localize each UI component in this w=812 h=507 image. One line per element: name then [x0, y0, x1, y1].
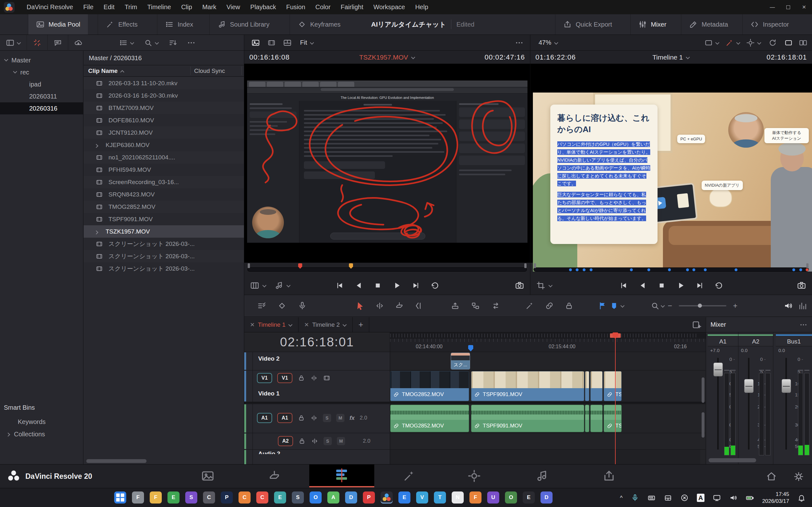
- razor-tool-icon[interactable]: [395, 301, 404, 311]
- taskbar-app-firefox[interactable]: F: [469, 492, 481, 504]
- taskbar-app-docs[interactable]: D: [345, 492, 357, 504]
- mixer-scrollbar[interactable]: [709, 458, 756, 462]
- channel-gain-value[interactable]: 0.0: [778, 348, 785, 353]
- swap-clips-icon[interactable]: [491, 301, 501, 311]
- panel-button-index[interactable]: Index: [157, 14, 201, 35]
- clip-row[interactable]: SRQN8423.MOV: [84, 188, 244, 201]
- voiceover-mic-icon[interactable]: [298, 301, 307, 311]
- step-back-button[interactable]: [638, 281, 647, 290]
- refresh-viewer-icon[interactable]: [768, 38, 777, 47]
- timeline-marker-dot[interactable]: [686, 268, 689, 271]
- fader-track[interactable]: [748, 358, 750, 450]
- lock-track-icon[interactable]: [298, 374, 305, 382]
- source-scrub-track[interactable]: [247, 268, 527, 272]
- maximize-button[interactable]: [780, 0, 796, 14]
- link-clips-icon[interactable]: [545, 301, 554, 311]
- solo-button[interactable]: S: [323, 414, 331, 422]
- taskbar-app-obs[interactable]: O: [505, 492, 517, 504]
- taskbar-app-file-explorer[interactable]: F: [132, 492, 144, 504]
- position-lock-icon[interactable]: [564, 301, 574, 311]
- taskbar-app-edge[interactable]: E: [398, 492, 410, 504]
- safe-area-icon[interactable]: [704, 38, 713, 47]
- taskbar-app-telegram[interactable]: T: [434, 492, 446, 504]
- timeline-clip-audio[interactable]: TS...: [604, 405, 622, 432]
- chevron-down-icon[interactable]: [343, 323, 347, 327]
- channel-gain-value[interactable]: +7.0: [710, 348, 720, 353]
- speaker-icon[interactable]: [729, 494, 738, 502]
- mute-icon[interactable]: [783, 301, 793, 311]
- menu-fairlight[interactable]: Fairlight: [336, 0, 368, 14]
- menu-view[interactable]: View: [221, 0, 245, 14]
- timeline-clip-video[interactable]: [585, 371, 589, 401]
- tab-timeline-2[interactable]: ✕Timeline 2: [299, 317, 353, 332]
- column-cloud-sync[interactable]: Cloud Sync: [194, 67, 225, 74]
- page-cut[interactable]: [251, 464, 298, 487]
- taskbar-app-discord[interactable]: D: [541, 492, 553, 504]
- chevron-down-icon[interactable]: [4, 58, 8, 61]
- source-patch-v1[interactable]: V1: [257, 373, 272, 383]
- fader-knob[interactable]: [781, 379, 791, 393]
- chevron-down-icon[interactable]: [17, 41, 21, 45]
- timeline-clip-audio[interactable]: TMOG2852.MOV: [390, 405, 469, 432]
- grab-still-icon[interactable]: [515, 281, 524, 290]
- zoom-slider-knob[interactable]: [698, 303, 702, 308]
- bin-master[interactable]: Master: [0, 54, 83, 66]
- menu-mark[interactable]: Mark: [197, 0, 221, 14]
- insert-clip-icon[interactable]: [414, 301, 424, 311]
- taskbar-app-notepad[interactable]: N: [452, 492, 464, 504]
- scrub-right-handle[interactable]: [806, 263, 809, 268]
- skip-forward-button[interactable]: [411, 281, 420, 290]
- column-clip-name[interactable]: Clip Name: [84, 67, 124, 74]
- timeline-marker-dot[interactable]: [647, 268, 650, 271]
- panel-button-keyframes[interactable]: Keyframes: [290, 14, 348, 35]
- panel-button-media-pool[interactable]: Media Pool: [28, 14, 88, 35]
- channel-name[interactable]: A2: [739, 337, 773, 346]
- marker-icon[interactable]: [609, 301, 619, 311]
- zoom-slider[interactable]: [679, 305, 726, 306]
- place-on-top-icon[interactable]: [450, 301, 460, 311]
- panel-button-metadata[interactable]: Metadata: [681, 14, 735, 35]
- filmstrip-view-icon[interactable]: [267, 38, 276, 47]
- taskbar-app-excel[interactable]: E: [167, 492, 180, 504]
- source-clip-name[interactable]: TSZK1957.MOV: [244, 54, 530, 61]
- playhead-line[interactable]: [615, 332, 616, 464]
- zoom-in-button[interactable]: +: [731, 301, 739, 310]
- taskbar-app-pdf-reader[interactable]: P: [363, 492, 375, 504]
- skip-back-button[interactable]: [335, 281, 345, 290]
- menu-help[interactable]: Help: [410, 0, 433, 14]
- settings-gear-icon[interactable]: [793, 471, 804, 482]
- sort-order-icon[interactable]: [168, 38, 177, 47]
- search-icon[interactable]: [144, 38, 153, 47]
- skip-back-button[interactable]: [619, 281, 628, 290]
- audio-levels-icon[interactable]: [798, 301, 807, 311]
- step-back-button[interactable]: [354, 281, 363, 290]
- panel-button-mixer[interactable]: Mixer: [630, 14, 674, 35]
- horizontal-scrollbar[interactable]: [86, 459, 147, 463]
- lock-track-icon[interactable]: [298, 437, 306, 445]
- timeline-clip-video[interactable]: [590, 371, 603, 401]
- chevron-down-icon[interactable]: [737, 41, 740, 45]
- track-label[interactable]: Video 2: [258, 355, 280, 362]
- zoom-fit-label[interactable]: Fit: [300, 39, 307, 46]
- taskbar-app-photoshop[interactable]: P: [221, 492, 233, 504]
- trim-edit-tool-icon[interactable]: [375, 301, 385, 311]
- timeline-marker-dot[interactable]: [799, 268, 802, 271]
- tab-timeline-1[interactable]: ✕Timeline 1: [244, 317, 299, 332]
- close-button[interactable]: ✕: [796, 0, 812, 14]
- clip-notes-icon[interactable]: [53, 38, 62, 47]
- chevron-down-icon[interactable]: [287, 284, 291, 287]
- taskbar-app-davinci-resolve[interactable]: [380, 492, 393, 504]
- chevron-down-icon[interactable]: [554, 41, 558, 45]
- zoom-out-button[interactable]: −: [666, 301, 674, 310]
- menu-clip[interactable]: Clip: [176, 0, 197, 14]
- clip-row[interactable]: 2026-03-16 16-20-30.mkv: [84, 89, 244, 102]
- hidden-icons-chevron[interactable]: ^: [620, 495, 622, 501]
- taskbar-clock[interactable]: 17:45 2026/03/17: [762, 491, 789, 505]
- vertical-scrollbar-video[interactable]: [702, 377, 705, 403]
- cloud-sync-icon[interactable]: [74, 38, 83, 47]
- flag-icon[interactable]: [598, 301, 607, 311]
- chevron-down-icon[interactable]: [310, 41, 314, 45]
- add-timeline-button[interactable]: +: [353, 317, 369, 332]
- solo-button[interactable]: S: [323, 437, 332, 445]
- minimize-button[interactable]: —: [764, 0, 780, 14]
